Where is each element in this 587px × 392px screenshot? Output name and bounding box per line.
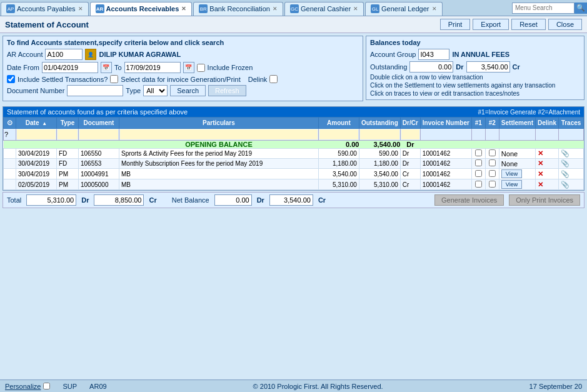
user-lookup-icon[interactable]: 👤 xyxy=(85,49,96,60)
h1-checkbox[interactable] xyxy=(475,149,482,156)
table-row[interactable]: OPENING BALANCE 0.00 3,540.00 Dr xyxy=(4,141,584,149)
h2-checkbox[interactable] xyxy=(489,170,496,177)
print-button[interactable]: Print xyxy=(440,19,471,30)
filter-nav-icon[interactable]: ? xyxy=(4,131,8,138)
row-amount: 3,540.00 xyxy=(318,169,359,179)
date-from-input[interactable] xyxy=(42,62,98,73)
table-row[interactable]: 30/04/2019 FD 106553 Monthly Subscriptio… xyxy=(4,159,584,169)
tab-br-close[interactable]: ✕ xyxy=(273,6,278,12)
h2-checkbox[interactable] xyxy=(489,159,496,166)
delink-button[interactable]: ✕ xyxy=(538,149,543,158)
page-title: Statement of Account xyxy=(5,20,89,29)
filter-outstanding-input[interactable] xyxy=(360,129,399,139)
date-to-calendar-button[interactable]: 📅 xyxy=(183,62,194,73)
row-nav xyxy=(4,149,16,159)
tab-general-ledger[interactable]: GL General Ledger ✕ xyxy=(365,2,442,16)
menu-search-button[interactable]: 🔍 xyxy=(574,3,587,14)
include-settled-checkbox[interactable] xyxy=(7,75,15,83)
filter-drcr-input[interactable] xyxy=(401,129,419,139)
col-date[interactable]: Date ▲ xyxy=(16,118,57,129)
col-outstanding[interactable]: Outstanding xyxy=(359,118,400,129)
traces-attach-icon[interactable]: 📎 xyxy=(561,170,569,178)
document-number-input[interactable] xyxy=(67,85,123,96)
table-row[interactable]: 30/04/2019 PM 10004991 MB 3,540.00 3,540… xyxy=(4,169,584,179)
settlement-view-button[interactable]: View xyxy=(501,180,522,189)
tab-general-cashier[interactable]: GC General Cashier ✕ xyxy=(284,2,364,16)
h1-checkbox[interactable] xyxy=(475,159,482,166)
col-particulars[interactable]: Particulars xyxy=(119,118,319,129)
reset-button[interactable]: Reset xyxy=(511,19,546,30)
row-delink: ✕ xyxy=(535,149,558,159)
select-data-checkbox[interactable] xyxy=(110,75,118,83)
table-row[interactable]: 02/05/2019 PM 10005000 MB 5,310.00 5,310… xyxy=(4,179,584,190)
tab-gc-close[interactable]: ✕ xyxy=(353,6,358,12)
col-type[interactable]: Type xyxy=(57,118,79,129)
col-amount[interactable]: Amount xyxy=(318,118,359,129)
col-traces[interactable]: Traces xyxy=(559,118,584,129)
refresh-button[interactable]: Refresh xyxy=(208,85,246,96)
row-type: FD xyxy=(57,159,79,169)
delink-button[interactable]: ✕ xyxy=(538,181,543,189)
date-from-calendar-button[interactable]: 📅 xyxy=(101,62,112,73)
net-balance-value[interactable] xyxy=(214,194,252,206)
filter-type-input[interactable] xyxy=(58,129,78,139)
traces-attach-icon[interactable]: 📎 xyxy=(561,181,569,188)
delink-button[interactable]: ✕ xyxy=(538,159,543,168)
row-delink: ✕ xyxy=(535,169,558,179)
tab-ar-close[interactable]: ✕ xyxy=(181,6,186,12)
h1-checkbox[interactable] xyxy=(475,181,482,188)
col-hash1[interactable]: #1 xyxy=(471,118,485,129)
close-button[interactable]: Close xyxy=(548,19,582,30)
filter-drcr xyxy=(400,129,420,141)
traces-attach-icon[interactable]: 📎 xyxy=(561,149,569,157)
balances-section: Balances today Account Group IN ANNUAL F… xyxy=(366,36,584,100)
date-to-label: To xyxy=(114,64,122,71)
col-invoice-number[interactable]: Invoice Number xyxy=(420,118,471,129)
export-button[interactable]: Export xyxy=(473,19,509,30)
personalize-label[interactable]: Personalize xyxy=(5,383,41,390)
net-cr-value[interactable] xyxy=(269,194,313,206)
col-hash2[interactable]: #2 xyxy=(485,118,499,129)
outstanding-row: Outstanding Dr Cr xyxy=(370,61,580,73)
tab-accounts-payables[interactable]: AP Accounts Payables ✕ xyxy=(1,2,89,16)
search-button[interactable]: Search xyxy=(170,85,206,96)
delink-button[interactable]: ✕ xyxy=(538,170,543,178)
filter-amount-input[interactable] xyxy=(319,129,358,139)
generate-invoices-button[interactable]: Generate Invoices xyxy=(434,194,504,206)
tab-ap-close[interactable]: ✕ xyxy=(78,6,83,12)
col-drcr[interactable]: Dr/Cr xyxy=(400,118,420,129)
row-h2 xyxy=(485,169,499,179)
tab-gl-close[interactable]: ✕ xyxy=(432,6,437,12)
filter-particulars-input[interactable] xyxy=(120,129,318,139)
ar-account-input[interactable] xyxy=(45,49,83,60)
total-cr-value[interactable] xyxy=(94,194,144,206)
delink-checkbox[interactable] xyxy=(269,75,278,83)
tab-accounts-receivables[interactable]: AR Accounts Receivables ✕ xyxy=(90,2,193,16)
settlement-view-button[interactable]: View xyxy=(501,169,522,178)
h2-checkbox[interactable] xyxy=(489,149,496,156)
menu-search-input[interactable] xyxy=(512,3,574,14)
outstanding-cr-value[interactable] xyxy=(466,61,510,73)
table-row[interactable]: 30/04/2019 FD 106550 Sprorts & Activity … xyxy=(4,149,584,159)
account-group-input[interactable] xyxy=(418,49,449,60)
hint1: Double click on a row to view transactio… xyxy=(370,74,580,81)
include-frozen-checkbox[interactable] xyxy=(197,64,205,72)
type-select[interactable]: All FD PM xyxy=(143,85,168,96)
tab-bank-reconciliation[interactable]: BR Bank Reconciliation ✕ xyxy=(193,2,283,16)
col-settlement[interactable]: Settlement xyxy=(499,118,535,129)
col-delink[interactable]: Delink xyxy=(535,118,558,129)
filter-document-input[interactable] xyxy=(79,129,118,139)
row-drcr: Cr xyxy=(400,179,420,190)
personalize-checkbox[interactable] xyxy=(43,383,50,389)
status-bar: Personalize SUP AR09 © 2010 Prologic Fir… xyxy=(0,379,587,392)
outstanding-value[interactable] xyxy=(409,61,453,73)
only-print-button[interactable]: Only Print Invoices xyxy=(509,194,580,206)
settlement-none: None xyxy=(501,150,518,158)
h2-checkbox[interactable] xyxy=(489,181,496,188)
total-value[interactable] xyxy=(26,194,76,206)
date-to-input[interactable] xyxy=(124,62,181,73)
filter-date-input[interactable] xyxy=(17,129,56,139)
h1-checkbox[interactable] xyxy=(475,170,482,177)
traces-attach-icon[interactable]: 📎 xyxy=(561,159,569,167)
col-document[interactable]: Document xyxy=(79,118,119,129)
